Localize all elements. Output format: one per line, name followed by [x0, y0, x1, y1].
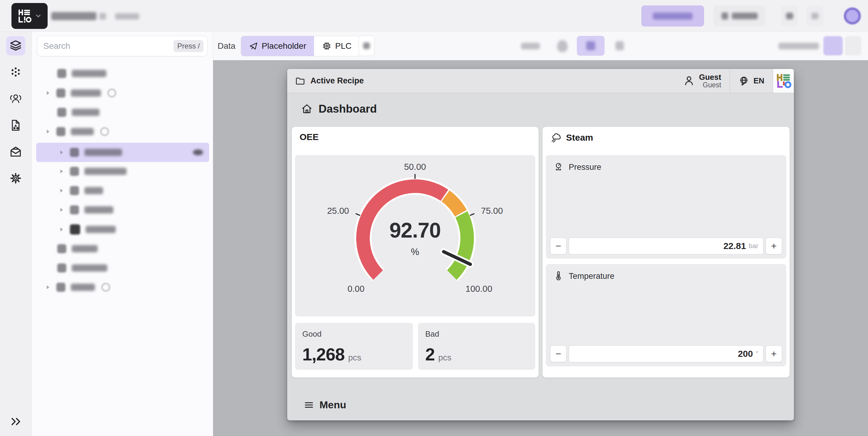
- tree-row[interactable]: [32, 123, 213, 140]
- search-shortcut-hint: Press /: [174, 40, 204, 52]
- double-chevron-right-icon: [9, 415, 23, 428]
- test-mode-toggle-off[interactable]: [845, 36, 861, 56]
- pressure-increment-button[interactable]: +: [766, 238, 782, 255]
- tree-item-label-blurred: [72, 109, 99, 116]
- tree-row[interactable]: [32, 65, 213, 82]
- layers-sidebar: Press /: [32, 32, 213, 436]
- pressure-input[interactable]: 22.81 bar: [569, 238, 764, 255]
- tree-item-icon: [57, 108, 66, 117]
- tree-chevron-icon[interactable]: [59, 227, 64, 232]
- tree-item-label-blurred: [86, 226, 116, 233]
- expand-rail-button[interactable]: [0, 415, 32, 428]
- paper-plane-icon: [249, 41, 258, 51]
- chip-icon: [322, 41, 332, 51]
- svg-text:92.70: 92.70: [390, 219, 441, 242]
- tree-row[interactable]: [32, 104, 213, 121]
- tree-item-icon: [57, 264, 66, 272]
- test-mode-toggle-on[interactable]: [824, 36, 843, 56]
- tree-row[interactable]: [32, 221, 213, 238]
- rail-item-mail[interactable]: [6, 142, 25, 161]
- preview-button[interactable]: [714, 5, 766, 27]
- svg-text:25.00: 25.00: [327, 206, 349, 215]
- chevron-down-icon: [35, 12, 42, 20]
- tree-chevron-icon[interactable]: [45, 129, 50, 134]
- temperature-stepper: − 200 ° +: [550, 345, 782, 362]
- rail-item-layers[interactable]: [6, 36, 25, 56]
- project-status-blurred: [115, 13, 139, 20]
- save-project-button[interactable]: [641, 5, 704, 27]
- eye-visibility-icon[interactable]: [193, 149, 203, 155]
- tree-item-label-blurred: [84, 206, 113, 213]
- tree-item-label-blurred: [72, 264, 107, 272]
- rail-item-components[interactable]: [6, 63, 25, 82]
- tree-chevron-icon[interactable]: [59, 150, 64, 155]
- tree-item-label-blurred: [84, 168, 127, 175]
- tree-row[interactable]: [32, 278, 213, 296]
- pressure-stepper: − 22.81 bar +: [550, 238, 782, 255]
- tree-chevron-icon[interactable]: [45, 285, 50, 290]
- oee-gauge-chart: 0.0025.0050.0075.00100.0092.70%: [295, 155, 535, 316]
- user-avatar[interactable]: [844, 7, 861, 24]
- svg-text:100.00: 100.00: [466, 284, 493, 294]
- search-bar: Press /: [32, 32, 213, 60]
- temperature-increment-button[interactable]: +: [766, 345, 782, 362]
- data-source-switch: Placeholder PLC: [241, 36, 360, 56]
- tree-row[interactable]: [32, 259, 213, 277]
- oee-gauge-panel: 0.0025.0050.0075.00100.0092.70%: [295, 155, 535, 316]
- tree-item-label-blurred: [84, 149, 122, 156]
- device-label-blurred: [521, 43, 540, 49]
- bulb-icon[interactable]: [557, 40, 567, 52]
- tree-item-label-blurred: [84, 187, 103, 194]
- tree-chevron-icon[interactable]: [59, 188, 64, 193]
- steam-icon: [550, 132, 562, 143]
- tree-item-icon: [70, 148, 79, 157]
- helo-logo-icon: [17, 8, 32, 24]
- tree-row[interactable]: [32, 240, 213, 258]
- language-selector[interactable]: EN: [738, 75, 764, 87]
- undo-button[interactable]: [781, 5, 798, 27]
- tree-item-badge: [100, 127, 109, 136]
- device-toggle-selected[interactable]: [577, 36, 604, 56]
- app-logo-menu-button[interactable]: [11, 3, 48, 29]
- steam-card-title: Steam: [550, 132, 593, 143]
- rail-item-users[interactable]: [6, 89, 25, 108]
- tab-placeholder[interactable]: Placeholder: [241, 36, 314, 56]
- pressure-decrement-button[interactable]: −: [550, 238, 567, 255]
- project-title-blurred[interactable]: [51, 12, 96, 20]
- tree-row[interactable]: [32, 182, 213, 199]
- user-menu[interactable]: Guest Guest: [683, 73, 721, 89]
- test-mode-label-blurred: [778, 43, 819, 49]
- globe-language-icon: [738, 75, 750, 87]
- tree-chevron-icon[interactable]: [59, 169, 64, 174]
- pressure-gauge-icon: [553, 162, 564, 172]
- tree-item-icon: [56, 127, 65, 136]
- tree-chevron-icon[interactable]: [45, 91, 50, 96]
- tree-item-icon: [70, 224, 80, 235]
- tree-row[interactable]: [32, 163, 213, 180]
- edit-project-icon[interactable]: [99, 13, 106, 20]
- temperature-input[interactable]: 200 °: [569, 345, 764, 362]
- device-icon-blurred[interactable]: [615, 41, 624, 50]
- tree-item-label-blurred: [71, 128, 94, 135]
- tree-item-icon: [57, 69, 66, 78]
- redo-button[interactable]: [807, 5, 824, 27]
- refresh-data-button[interactable]: [359, 36, 374, 56]
- tree-row[interactable]: [32, 201, 213, 219]
- rail-item-assets[interactable]: [6, 115, 25, 135]
- hmi-menu-button[interactable]: Menu: [304, 399, 346, 411]
- svg-text:50.00: 50.00: [404, 162, 426, 172]
- temperature-decrement-button[interactable]: −: [550, 345, 567, 362]
- tree-row[interactable]: [36, 143, 209, 162]
- tree-item-icon: [56, 283, 65, 292]
- tree-item-badge: [107, 89, 116, 97]
- tree-item-icon: [57, 244, 66, 253]
- hmi-page-title: Dashboard: [301, 103, 377, 115]
- tree-chevron-icon[interactable]: [59, 207, 64, 212]
- tree-row[interactable]: [32, 84, 213, 102]
- design-canvas[interactable]: Active Recipe Guest Guest: [213, 60, 868, 436]
- svg-text:0.00: 0.00: [347, 284, 364, 294]
- rail-item-settings[interactable]: [6, 169, 25, 188]
- pressure-widget-label: Pressure: [553, 162, 601, 172]
- tab-plc[interactable]: PLC: [314, 36, 359, 56]
- temperature-widget-label: Temperature: [553, 271, 615, 281]
